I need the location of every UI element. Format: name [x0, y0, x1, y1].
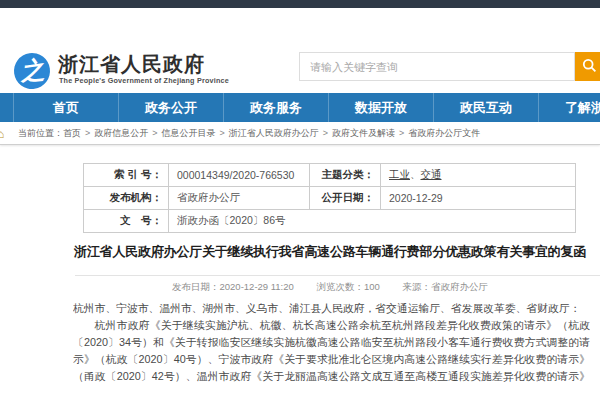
nav-item-home[interactable]: 首页	[13, 93, 118, 122]
nav-item-services[interactable]: 政务服务	[223, 93, 328, 122]
nav-item-about[interactable]: 了解浙江	[538, 93, 600, 122]
table-row: 文 号： 浙政办函〔2020〕86号	[84, 210, 576, 233]
site-header: 之 浙江省人民政府 The People's Government of Zhe…	[0, 8, 600, 93]
search-input[interactable]	[299, 52, 575, 81]
search-icon	[582, 58, 597, 76]
page: 之 浙江省人民政府 The People's Government of Zhe…	[0, 0, 600, 401]
source: 来源：省政府办公厅	[402, 281, 488, 292]
title-divider	[75, 275, 600, 276]
breadcrumb-link-documents[interactable]: 政府文件及解读	[332, 128, 395, 138]
article-body: 杭州市、宁波市、温州市、湖州市、义乌市、浦江县人民政府，省交通运输厅、省发展改革…	[73, 300, 590, 385]
subject-category-value: 工业、交通	[381, 164, 576, 187]
breadcrumb-current[interactable]: 省政府办公厅文件	[408, 128, 480, 138]
site-name: 浙江省人民政府	[58, 51, 205, 78]
site-logo[interactable]: 之 浙江省人民政府 The People's Government of Zhe…	[14, 45, 174, 93]
doc-info-table: 索 引 号： 000014349/2020-766530 主题分类： 工业、交通…	[83, 163, 576, 233]
article-title: 浙江省人民政府办公厅关于继续执行我省高速公路车辆通行费部分优惠政策有关事宜的复函	[20, 243, 600, 261]
breadcrumb-separator: >	[399, 128, 404, 138]
search-button[interactable]	[575, 52, 600, 81]
nav-item-interaction[interactable]: 政民互动	[433, 93, 538, 122]
publish-date-value: 2020-12-29	[381, 187, 576, 210]
breadcrumb-link-home[interactable]: 首页	[63, 128, 81, 138]
publish-datetime: 发布日期：2020-12-29 11:20	[172, 281, 294, 292]
breadcrumb-trail: 当前位置：首页>政府信息公开>信息公开目录>浙江省人民政府办公厅>政府文件及解读…	[18, 122, 480, 145]
breadcrumb-prefix: 当前位置：	[18, 128, 63, 138]
breadcrumb-link-catalog[interactable]: 信息公开目录	[162, 128, 216, 138]
breadcrumb: ⌂ 当前位置：首页>政府信息公开>信息公开目录>浙江省人民政府办公厅>政府文件及…	[0, 122, 600, 145]
subject-link-transport[interactable]: 交通	[421, 168, 442, 180]
breadcrumb-separator: >	[152, 128, 157, 138]
breadcrumb-link-info-disclosure[interactable]: 政府信息公开	[94, 128, 148, 138]
publish-date-label: 公开日期：	[310, 187, 381, 210]
gov-logo-icon: 之	[12, 51, 53, 92]
issuer-label: 发布机构：	[84, 187, 169, 210]
subject-separator: 、	[410, 168, 421, 180]
breadcrumb-link-office[interactable]: 浙江省人民政府办公厅	[229, 128, 319, 138]
table-row: 索 引 号： 000014349/2020-766530 主题分类： 工业、交通	[84, 164, 576, 187]
article-meta: 发布日期：2020-12-29 11:20 浏览次数：100 来源：省政府办公厅	[20, 281, 600, 294]
top-bar	[0, 0, 600, 8]
home-icon: ⌂	[0, 128, 9, 140]
breadcrumb-separator: >	[85, 128, 90, 138]
site-name-english: The People's Government of Zhejiang Prov…	[59, 76, 229, 85]
index-number-value: 000014349/2020-766530	[169, 164, 310, 187]
table-row: 发布机构： 省政府办公厅 公开日期： 2020-12-29	[84, 187, 576, 210]
subject-category-label: 主题分类：	[310, 164, 381, 187]
view-count: 浏览次数：100	[316, 281, 379, 292]
doc-number-label: 文 号：	[84, 210, 169, 233]
breadcrumb-separator: >	[220, 128, 225, 138]
nav-item-open-data[interactable]: 数据开放	[328, 93, 433, 122]
doc-number-value: 浙政办函〔2020〕86号	[169, 210, 576, 233]
main-nav: 首页 政务公开 政务服务 数据开放 政民互动 了解浙江	[0, 93, 600, 122]
issuer-value: 省政府办公厅	[169, 187, 310, 210]
breadcrumb-separator: >	[323, 128, 328, 138]
index-number-label: 索 引 号：	[84, 164, 169, 187]
nav-item-disclosure[interactable]: 政务公开	[118, 93, 223, 122]
subject-link-industry[interactable]: 工业	[389, 168, 410, 180]
salutation-paragraph: 杭州市、宁波市、温州市、湖州市、义乌市、浦江县人民政府，省交通运输厅、省发展改革…	[73, 300, 590, 317]
body-paragraph: 杭州市政府《关于继续实施沪杭、杭徽、杭长高速公路余杭至杭州路段差异化收费政策的请…	[73, 317, 590, 385]
